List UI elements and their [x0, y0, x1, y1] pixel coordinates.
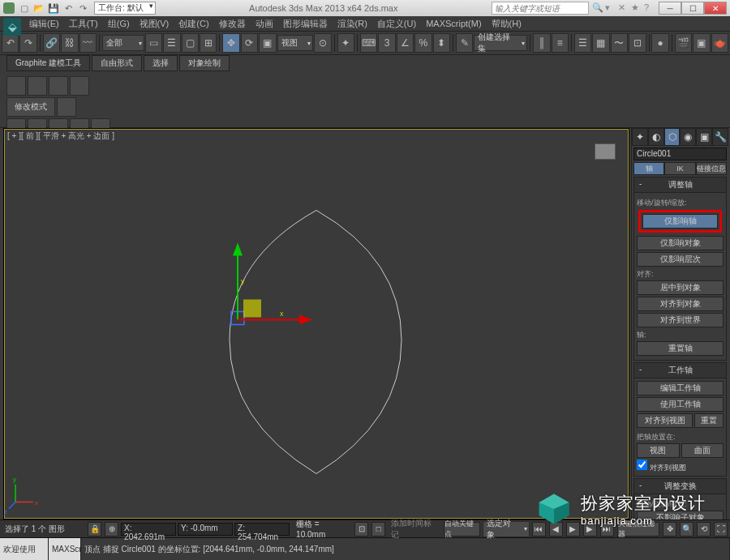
modify-mode-button[interactable]: 修改模式	[6, 97, 55, 117]
ribbon-tab-freeform[interactable]: 自由形式	[92, 55, 142, 71]
autokey-button[interactable]: 自动关键点	[444, 522, 480, 536]
use-working-pivot-button[interactable]: 使用工作轴	[637, 397, 724, 412]
subtab-ik[interactable]: IK	[664, 162, 695, 175]
signin-icon[interactable]: ▾	[605, 2, 616, 14]
prev-frame-icon[interactable]: ◀	[549, 522, 563, 536]
nav-pan-icon[interactable]: ✥	[663, 522, 676, 536]
menu-edit[interactable]: 编辑(E)	[24, 18, 64, 30]
reset-pivot-button[interactable]: 重置轴	[637, 341, 724, 356]
add-time-tag[interactable]: 添加时间标记	[388, 518, 440, 541]
menu-help[interactable]: 帮助(H)	[487, 18, 526, 30]
cmdtab-create[interactable]: ✦	[632, 128, 648, 146]
sel-lock-icon[interactable]: □	[371, 522, 385, 536]
named-selset-edit-button[interactable]: ✎	[456, 33, 473, 53]
align-to-object-button[interactable]: 对齐到对象	[637, 297, 724, 311]
angle-snap-button[interactable]: ∠	[397, 33, 414, 53]
subtab-pivot[interactable]: 轴	[633, 162, 664, 175]
viewport-front[interactable]: [ + ][ 前 ][ 平滑 + 高光 + 边面 ] y x y x z	[3, 128, 629, 519]
key-filters-button[interactable]: 关键点过滤器	[617, 522, 660, 536]
cmdtab-motion[interactable]: ◉	[680, 128, 696, 146]
rollout-adjust-pivot-header[interactable]: 调整轴	[633, 177, 727, 193]
abs-rel-icon[interactable]: ⊕	[105, 522, 118, 536]
select-region-button[interactable]: ▢	[182, 33, 199, 53]
menu-rendering[interactable]: 渲染(R)	[333, 18, 372, 30]
menu-modifiers[interactable]: 修改器	[214, 18, 251, 30]
window-crossing-button[interactable]: ⊞	[200, 33, 217, 53]
align-to-view-button[interactable]: 对齐到视图	[637, 413, 693, 428]
menu-grapheditors[interactable]: 图形编辑器	[278, 18, 333, 30]
x-coord-input[interactable]: X: 2042.691m	[121, 523, 176, 536]
nav-orbit-icon[interactable]: ⟲	[697, 522, 711, 536]
schematic-view-button[interactable]: ⊡	[629, 33, 646, 53]
material-editor-button[interactable]: ●	[651, 33, 668, 53]
place-surface-button[interactable]: 曲面	[681, 443, 724, 458]
qat-redo-icon[interactable]: ↷	[76, 2, 89, 15]
use-pivot-center-button[interactable]: ⊙	[314, 33, 331, 53]
help-icon[interactable]: ?	[644, 2, 655, 14]
menu-animation[interactable]: 动画	[251, 18, 278, 30]
goto-end-icon[interactable]: ⏭	[600, 522, 614, 536]
help-search-input[interactable]	[492, 2, 589, 15]
workspace-dropdown[interactable]: 工作台: 默认	[94, 2, 156, 15]
rollout-adjust-transform-header[interactable]: 调整变换	[633, 478, 727, 494]
unlink-button[interactable]: ⛓	[61, 33, 78, 53]
cmdtab-display[interactable]: ▣	[696, 128, 712, 146]
link-button[interactable]: 🔗	[43, 33, 60, 53]
ribbon-btn-5[interactable]	[57, 97, 76, 117]
exchange-icon[interactable]: ✕	[618, 2, 629, 14]
snap-toggle-button[interactable]: 3	[378, 33, 395, 53]
z-coord-input[interactable]: Z: 254.704mn	[234, 523, 290, 536]
cmdtab-hierarchy[interactable]: ⬡	[664, 128, 681, 146]
favorite-icon[interactable]: ★	[631, 2, 642, 14]
undo-button[interactable]: ↶	[2, 33, 19, 53]
redo-button[interactable]: ↷	[19, 33, 36, 53]
qat-undo-icon[interactable]: ↶	[62, 2, 75, 15]
select-rotate-button[interactable]: ⟳	[241, 33, 258, 53]
curve-editor-button[interactable]: 〜	[611, 33, 628, 53]
lock-selection-icon[interactable]: 🔒	[88, 522, 101, 536]
reset-working-pivot-button[interactable]: 重置	[694, 413, 724, 428]
menu-create[interactable]: 创建(C)	[174, 18, 213, 30]
select-object-button[interactable]: ▭	[145, 33, 162, 53]
select-manipulate-button[interactable]: ✦	[337, 33, 354, 53]
percent-snap-button[interactable]: %	[414, 33, 432, 53]
next-frame-icon[interactable]: ▶	[583, 522, 597, 536]
spinner-snap-button[interactable]: ⬍	[433, 33, 450, 53]
isolate-icon[interactable]: ⊡	[354, 522, 368, 536]
menu-maxscript[interactable]: MAXScript(M)	[421, 19, 486, 28]
ribbon-btn-1[interactable]	[6, 76, 26, 96]
nav-maximize-icon[interactable]: ⛶	[714, 522, 728, 536]
align-button[interactable]: ≡	[552, 33, 569, 53]
bind-space-warp-button[interactable]: 〰	[79, 33, 97, 53]
rollout-working-pivot-header[interactable]: 工作轴	[633, 362, 727, 378]
ribbon-tab-objectpaint[interactable]: 对象绘制	[179, 55, 230, 71]
maxscript-tab[interactable]: MAXScr	[49, 538, 81, 560]
close-button[interactable]: ✕	[704, 2, 727, 15]
goto-start-icon[interactable]: ⏮	[532, 522, 546, 536]
menu-tools[interactable]: 工具(T)	[64, 18, 103, 30]
select-by-name-button[interactable]: ☰	[163, 33, 180, 53]
ribbon-tab-selection[interactable]: 选择	[144, 55, 178, 71]
app-menu-button[interactable]: ⬙	[3, 18, 21, 36]
affect-object-only-button[interactable]: 仅影响对象	[637, 236, 724, 250]
affect-hierarchy-only-button[interactable]: 仅影响层次	[637, 252, 724, 267]
layer-manager-button[interactable]: ☰	[574, 33, 591, 53]
select-move-button[interactable]: ✥	[222, 33, 239, 53]
rendered-frame-button[interactable]: ▣	[693, 33, 710, 53]
named-selset-dropdown[interactable]: 创建选择集	[474, 35, 527, 51]
y-coord-input[interactable]: Y: -0.0mm	[178, 523, 233, 536]
align-to-world-button[interactable]: 对齐到世界	[637, 313, 724, 327]
cmdtab-utilities[interactable]: 🔧	[712, 128, 728, 146]
menu-group[interactable]: 组(G)	[103, 18, 135, 30]
welcome-tab[interactable]: 欢迎使用	[0, 538, 49, 560]
cmdtab-modify[interactable]: ◐	[648, 128, 664, 146]
select-scale-button[interactable]: ▣	[259, 33, 276, 53]
place-view-button[interactable]: 视图	[637, 443, 680, 458]
render-setup-button[interactable]: 🎬	[675, 33, 692, 53]
qat-save-icon[interactable]: 💾	[47, 2, 60, 15]
ribbon-btn-3[interactable]	[49, 76, 68, 96]
keyboard-shortcut-button[interactable]: ⌨	[360, 33, 377, 53]
ribbon-btn-4[interactable]	[70, 76, 89, 96]
graphite-toggle-button[interactable]: ▦	[592, 33, 609, 53]
minimize-button[interactable]: ─	[659, 2, 681, 15]
